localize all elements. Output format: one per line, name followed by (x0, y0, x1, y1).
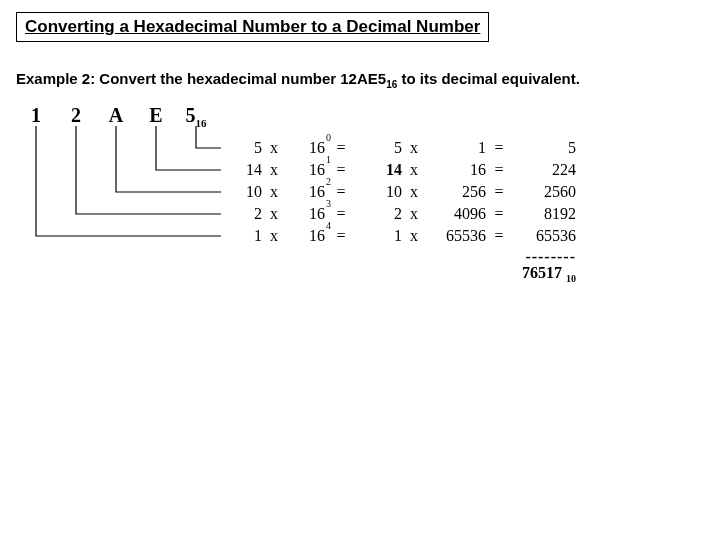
calc-row-2: 10 x 162 = 10 x 256 = 2560 (226, 182, 576, 204)
calc-row-0: 5 x 160 = 5 x 1 = 5 (226, 138, 576, 160)
row4-power: 164 (286, 226, 330, 245)
row3-power-exp: 3 (326, 198, 331, 209)
row3-eq2: = (486, 205, 512, 223)
row1-times1: x (262, 161, 286, 179)
row3-mult: 2 (352, 205, 402, 223)
row4-digit: 1 (226, 227, 262, 245)
sum-divider: -------- (226, 248, 576, 264)
row4-mult: 1 (352, 227, 402, 245)
row0-result: 5 (512, 139, 576, 157)
row0-times2: x (402, 139, 426, 157)
row2-result: 2560 (512, 183, 576, 201)
calc-row-4: 1 x 164 = 1 x 65536 = 65536 (226, 226, 576, 248)
example-text-prefix: Example 2: Convert the hexadecimal numbe… (16, 70, 386, 87)
row1-result: 224 (512, 161, 576, 179)
example-subscript: 16 (386, 79, 397, 90)
row1-power-base: 16 (309, 161, 325, 178)
row2-eq2: = (486, 183, 512, 201)
row3-times2: x (402, 205, 426, 223)
row4-power-exp: 4 (326, 220, 331, 231)
calc-row-1: 14 x 161 = 14 x 16 = 224 (226, 160, 576, 182)
row2-times1: x (262, 183, 286, 201)
row0-eq1: = (330, 139, 352, 157)
example-text-suffix: to its decimal equivalent. (397, 70, 580, 87)
row3-result: 8192 (512, 205, 576, 223)
row2-power: 162 (286, 182, 330, 201)
row0-times1: x (262, 139, 286, 157)
row2-power-base: 16 (309, 183, 325, 200)
sum-row: 7651710 (226, 264, 576, 286)
row4-eq2: = (486, 227, 512, 245)
example-prompt: Example 2: Convert the hexadecimal numbe… (16, 70, 704, 90)
row1-placeval: 16 (426, 161, 486, 179)
row4-times2: x (402, 227, 426, 245)
row1-eq1: = (330, 161, 352, 179)
row3-times1: x (262, 205, 286, 223)
row0-digit: 5 (226, 139, 262, 157)
row3-power: 163 (286, 204, 330, 223)
row4-power-base: 16 (309, 227, 325, 244)
row0-power: 160 (286, 138, 330, 157)
calc-row-3: 2 x 163 = 2 x 4096 = 8192 (226, 204, 576, 226)
row2-digit: 10 (226, 183, 262, 201)
hex-digit-5-value: 5 (186, 104, 196, 126)
row1-power-exp: 1 (326, 154, 331, 165)
sum-subscript: 10 (566, 273, 576, 284)
row1-mult: 14 (352, 161, 402, 179)
sum-value: 76517 (522, 264, 562, 281)
row2-power-exp: 2 (326, 176, 331, 187)
row3-eq1: = (330, 205, 352, 223)
conversion-diagram: 1 2 A E 516 5 x 160 = 5 x 1 = 5 14 (16, 104, 704, 324)
row4-placeval: 65536 (426, 227, 486, 245)
row0-placeval: 1 (426, 139, 486, 157)
row1-digit: 14 (226, 161, 262, 179)
row0-power-exp: 0 (326, 132, 331, 143)
row3-placeval: 4096 (426, 205, 486, 223)
row1-times2: x (402, 161, 426, 179)
row2-times2: x (402, 183, 426, 201)
calc-rows: 5 x 160 = 5 x 1 = 5 14 x 161 = 14 x 16 =… (226, 138, 576, 286)
bracket-lines (16, 126, 226, 286)
row3-power-base: 16 (309, 205, 325, 222)
row0-eq2: = (486, 139, 512, 157)
row0-mult: 5 (352, 139, 402, 157)
sum-value-wrap: 7651710 (226, 264, 576, 282)
row0-power-base: 16 (309, 139, 325, 156)
page-title: Converting a Hexadecimal Number to a Dec… (16, 12, 489, 42)
row3-digit: 2 (226, 205, 262, 223)
row4-result: 65536 (512, 227, 576, 245)
row1-eq2: = (486, 161, 512, 179)
row4-eq1: = (330, 227, 352, 245)
row2-mult: 10 (352, 183, 402, 201)
row2-eq1: = (330, 183, 352, 201)
row4-times1: x (262, 227, 286, 245)
row2-placeval: 256 (426, 183, 486, 201)
row1-power: 161 (286, 160, 330, 179)
